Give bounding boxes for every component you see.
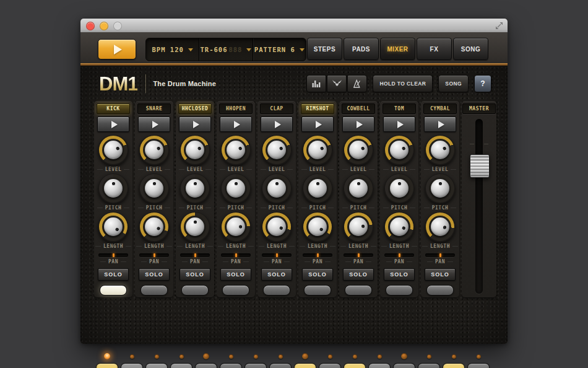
solo-button[interactable]: SOLO (343, 268, 374, 281)
song-mode-button[interactable]: SONG (438, 75, 469, 92)
bpm-display[interactable]: BPM 120 (146, 38, 199, 61)
solo-button[interactable]: SOLO (384, 268, 415, 281)
pan-slider[interactable] (303, 253, 332, 257)
zoom-button[interactable] (113, 22, 122, 30)
channel-play-button[interactable] (97, 116, 129, 132)
channel-play-button[interactable] (301, 116, 334, 132)
solo-button[interactable]: SOLO (302, 268, 333, 281)
kit-display[interactable]: TR-606 888 (199, 38, 253, 61)
pan-slider[interactable] (344, 253, 373, 257)
pan-slider[interactable] (139, 253, 169, 257)
pitch-knob[interactable] (384, 173, 415, 204)
step-pad[interactable] (467, 363, 490, 368)
close-button[interactable] (86, 22, 95, 30)
pitch-knob[interactable] (220, 173, 251, 204)
tab-steps[interactable]: STEPS (307, 38, 342, 60)
pitch-knob[interactable] (139, 173, 170, 204)
hold-to-clear-button[interactable]: HOLD TO CLEAR (373, 75, 433, 92)
level-knob[interactable] (343, 134, 374, 165)
mute-button[interactable] (386, 285, 413, 296)
resize-icon[interactable] (495, 21, 503, 32)
level-knob[interactable] (384, 134, 415, 165)
solo-button[interactable]: SOLO (220, 268, 251, 281)
channel-play-button[interactable] (342, 116, 374, 132)
mute-button[interactable] (426, 285, 454, 296)
channel-label[interactable]: HHOPEN (219, 103, 253, 114)
step-pad[interactable] (294, 363, 316, 368)
tab-song[interactable]: SONG (453, 38, 488, 60)
bull-head-button[interactable] (327, 75, 347, 92)
step-pad[interactable] (170, 363, 192, 368)
mute-button[interactable] (263, 285, 290, 296)
step-pad[interactable] (269, 363, 292, 368)
channel-label[interactable]: RIMSHOT (301, 103, 334, 114)
tab-mixer[interactable]: MIXER (380, 38, 415, 60)
step-pad[interactable] (368, 363, 391, 368)
level-knob[interactable] (425, 134, 456, 165)
level-knob[interactable] (139, 134, 170, 165)
channel-play-button[interactable] (220, 116, 252, 132)
pitch-knob[interactable] (302, 173, 333, 204)
pitch-knob[interactable] (261, 173, 292, 204)
pan-slider[interactable] (221, 253, 251, 257)
step-pad[interactable] (145, 363, 168, 368)
pan-slider[interactable] (425, 253, 455, 257)
step-pad[interactable] (220, 363, 242, 368)
tab-fx[interactable]: FX (417, 38, 452, 60)
master-fader-handle[interactable] (470, 154, 490, 178)
length-knob[interactable] (139, 211, 170, 242)
step-pad[interactable] (344, 363, 366, 368)
mute-button[interactable] (141, 285, 168, 296)
step-pad[interactable] (244, 363, 267, 368)
solo-button[interactable]: SOLO (98, 268, 129, 281)
length-knob[interactable] (425, 211, 456, 242)
tab-pads[interactable]: PADS (344, 38, 379, 60)
pan-slider[interactable] (384, 253, 414, 257)
level-knob[interactable] (220, 134, 251, 165)
play-button[interactable] (98, 39, 136, 59)
step-pad[interactable] (443, 363, 465, 368)
length-knob[interactable] (384, 211, 415, 242)
solo-button[interactable]: SOLO (139, 268, 170, 281)
step-pad[interactable] (195, 363, 217, 368)
titlebar[interactable] (80, 19, 508, 33)
pan-slider[interactable] (262, 253, 292, 257)
channel-play-button[interactable] (138, 116, 170, 132)
channel-play-button[interactable] (424, 116, 456, 132)
step-pad[interactable] (418, 363, 440, 368)
channel-label[interactable]: CLAP (260, 103, 293, 114)
solo-button[interactable]: SOLO (261, 268, 292, 281)
channel-label[interactable]: COWBELL (342, 103, 375, 114)
step-pad[interactable] (96, 363, 118, 368)
minimize-button[interactable] (100, 22, 108, 30)
mute-button[interactable] (345, 285, 372, 296)
solo-button[interactable]: SOLO (179, 268, 210, 281)
master-fader-track[interactable] (475, 119, 483, 294)
pan-slider[interactable] (180, 253, 210, 257)
length-knob[interactable] (343, 211, 374, 242)
length-knob[interactable] (220, 211, 251, 242)
channel-label[interactable]: HHCLOSED (178, 103, 212, 114)
mute-button[interactable] (222, 285, 249, 296)
pitch-knob[interactable] (343, 173, 374, 204)
channel-label[interactable]: TOM (383, 103, 416, 114)
channel-label[interactable]: CYMBAL (423, 103, 457, 114)
help-button[interactable]: ? (474, 75, 491, 92)
mixer-levels-button[interactable] (306, 75, 326, 92)
channel-play-button[interactable] (179, 116, 211, 132)
mute-button[interactable] (181, 285, 209, 296)
level-knob[interactable] (302, 134, 333, 165)
pitch-knob[interactable] (425, 173, 456, 204)
length-knob[interactable] (179, 211, 210, 242)
step-pad[interactable] (121, 363, 143, 368)
channel-play-button[interactable] (383, 116, 415, 132)
pitch-knob[interactable] (179, 173, 210, 204)
metronome-button[interactable] (347, 75, 367, 92)
solo-button[interactable]: SOLO (425, 268, 456, 281)
mute-button[interactable] (304, 285, 331, 296)
channel-label[interactable]: KICK (97, 103, 130, 114)
level-knob[interactable] (261, 134, 292, 165)
level-knob[interactable] (179, 134, 210, 165)
length-knob[interactable] (302, 211, 333, 242)
pattern-display[interactable]: PATTERN 6 (253, 38, 306, 61)
